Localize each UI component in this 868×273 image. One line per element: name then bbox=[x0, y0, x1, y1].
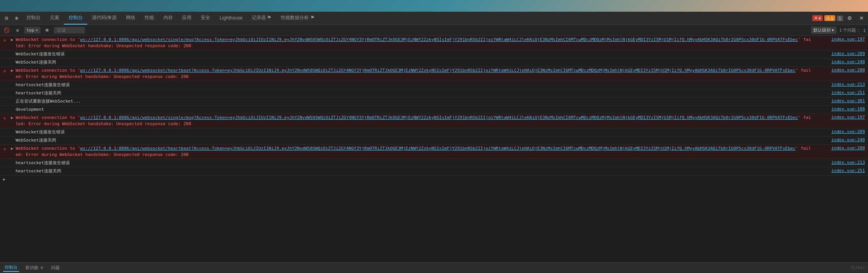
log-source[interactable]: index.vue:197 bbox=[831, 37, 865, 42]
chevron-down-icon: ▾ bbox=[35, 28, 38, 33]
log-entry: heartsocket连接关闭 index.vue:251 bbox=[0, 167, 868, 176]
info-badge[interactable]: 1 bbox=[837, 16, 843, 21]
tab-console[interactable]: 控制台 bbox=[64, 12, 87, 25]
error-icon: ✕ bbox=[2, 37, 8, 43]
log-entry: WebSocket连接关闭 index.vue:248 bbox=[0, 136, 868, 145]
log-source[interactable]: index.vue:197 bbox=[831, 115, 865, 120]
inspect-icon[interactable]: ⊕ bbox=[12, 13, 22, 23]
log-text: 正在尝试重新连接WebSocket... bbox=[16, 98, 868, 105]
websocket-url-link[interactable]: ws://127.0.0.1:8086/api/websocket/single… bbox=[80, 115, 798, 120]
console-prompt-arrow[interactable]: ▶ bbox=[0, 176, 868, 183]
header-image bbox=[0, 0, 868, 12]
tab-security[interactable]: 安全 bbox=[196, 12, 215, 25]
log-source[interactable]: index.vue:209 bbox=[831, 129, 865, 134]
zither-label: Zither bbox=[851, 266, 865, 270]
warning-badge[interactable]: ⚠ 1 bbox=[824, 15, 835, 21]
log-entry: WebSocket连接发生错误 index.vue:209 bbox=[0, 128, 868, 136]
settings-icon[interactable]: ⚙ bbox=[845, 13, 855, 23]
log-source[interactable]: index.vue:301 bbox=[831, 98, 865, 103]
websocket-url-link[interactable]: ws://127.0.0.1:8086/api/websocket/single… bbox=[80, 37, 798, 42]
warning-icon: ⚠ bbox=[826, 16, 830, 21]
websocket-url-link[interactable]: ws://127.0.0.1:8086/api/websocket/heartb… bbox=[80, 68, 795, 73]
log-source[interactable]: index.vue:251 bbox=[831, 168, 865, 173]
devtools-toolbar: ⊡ ⊕ 控制台 元素 控制台 源代码/来源 网络 性能 内存 应用 安全 Li bbox=[0, 12, 868, 25]
error-icon: ✕ bbox=[2, 68, 8, 74]
log-text: WebSocket connection to 'ws://127.0.0.1:… bbox=[16, 145, 868, 158]
log-source[interactable]: index.vue:213 bbox=[831, 82, 865, 87]
clear-console-button[interactable]: 🚫 bbox=[2, 26, 11, 35]
console-toolbar: 🚫 ⊘ top ▾ 👁 默认级别 ▾ 1 个问题： 1 bbox=[0, 25, 868, 36]
log-entry: 正在尝试重新连接WebSocket... index.vue:301 bbox=[0, 98, 868, 106]
issues-badge[interactable]: 1 bbox=[863, 28, 866, 33]
bottom-tab-console[interactable]: 控制台 bbox=[3, 264, 19, 272]
log-text: heartsocket连接关闭 bbox=[16, 168, 868, 174]
log-text: WebSocket connection to 'ws://127.0.0.1:… bbox=[16, 37, 868, 49]
log-entry: development index.vue:188 bbox=[0, 106, 868, 114]
log-text: heartsocket连接发生错误 bbox=[16, 160, 868, 166]
console-toolbar-right: 默认级别 ▾ 1 个问题： 1 bbox=[811, 27, 866, 34]
log-text: WebSocket connection to 'ws://127.0.0.1:… bbox=[16, 67, 868, 80]
expand-icon[interactable]: ▶ bbox=[9, 68, 15, 73]
log-source[interactable]: index.vue:200 bbox=[831, 67, 865, 73]
bottom-tab-issues[interactable]: 问题 bbox=[50, 264, 61, 271]
log-entry: ✕ ▶ WebSocket connection to 'ws://127.0.… bbox=[0, 67, 868, 81]
log-text: WebSocket连接关闭 bbox=[16, 137, 868, 144]
toolbar-right: ✕ 4 ⚠ 1 1 ⚙ ✕ bbox=[812, 13, 866, 23]
tab-sources[interactable]: 源代码/来源 bbox=[87, 12, 121, 25]
log-text: heartsocket连接发生错误 bbox=[16, 82, 868, 88]
websocket-url-link[interactable]: ws://127.0.0.1:8086/api/websocket/heartb… bbox=[80, 146, 795, 151]
log-text: WebSocket连接发生错误 bbox=[16, 129, 868, 135]
log-text: WebSocket connection to 'ws://127.0.0.1:… bbox=[16, 115, 868, 127]
filter-icon[interactable]: ⊘ bbox=[13, 26, 22, 35]
log-entry: WebSocket连接关闭 index.vue:248 bbox=[0, 58, 868, 67]
log-source[interactable]: index.vue:251 bbox=[831, 90, 865, 95]
log-source[interactable]: index.vue:188 bbox=[831, 106, 865, 112]
tab-lighthouse[interactable]: Lighthouse bbox=[215, 12, 247, 25]
expand-icon[interactable]: ▶ bbox=[9, 115, 15, 120]
issues-label: 1 个问题： bbox=[840, 27, 860, 33]
error-icon: ✕ bbox=[814, 16, 818, 21]
console-content: ✕ ▶ WebSocket connection to 'ws://127.0.… bbox=[0, 36, 868, 262]
tab-application[interactable]: 应用 bbox=[177, 12, 196, 25]
log-container: ✕ ▶ WebSocket connection to 'ws://127.0.… bbox=[0, 36, 868, 176]
bottom-tab-whats-new[interactable]: 新功能 ✕ bbox=[24, 264, 45, 271]
log-text: WebSocket连接关闭 bbox=[16, 59, 868, 66]
log-source[interactable]: index.vue:200 bbox=[831, 145, 865, 151]
expand-icon[interactable]: ▶ bbox=[9, 37, 15, 42]
tab-yuansu[interactable]: 元素 bbox=[45, 12, 64, 25]
tab-perf-insights[interactable]: 性能数据分析 ⚑ bbox=[276, 12, 319, 25]
log-text: heartsocket连接关闭 bbox=[16, 90, 868, 96]
log-source[interactable]: index.vue:248 bbox=[831, 137, 865, 142]
error-icon: ✕ bbox=[2, 115, 8, 121]
log-entry: heartsocket连接发生错误 index.vue:213 bbox=[0, 159, 868, 167]
tab-memory[interactable]: 内存 bbox=[159, 12, 177, 25]
log-source[interactable]: index.vue:209 bbox=[831, 51, 865, 56]
log-source[interactable]: index.vue:248 bbox=[831, 59, 865, 64]
close-icon[interactable]: ✕ bbox=[856, 13, 866, 23]
log-entry: heartsocket连接发生错误 index.vue:213 bbox=[0, 81, 868, 89]
eye-icon[interactable]: 👁 bbox=[43, 26, 51, 35]
context-selector[interactable]: top ▾ bbox=[24, 27, 41, 34]
log-entry: ✕ ▶ WebSocket connection to 'ws://127.0.… bbox=[0, 145, 868, 159]
log-entry: WebSocket连接发生错误 index.vue:209 bbox=[0, 50, 868, 58]
filter-input[interactable] bbox=[54, 27, 85, 34]
log-entry: ✕ ▶ WebSocket connection to 'ws://127.0.… bbox=[0, 36, 868, 50]
tab-elements[interactable]: 控制台 bbox=[22, 12, 45, 25]
error-icon: ✕ bbox=[2, 146, 8, 152]
error-badge[interactable]: ✕ 4 bbox=[812, 15, 823, 21]
tab-performance[interactable]: 性能 bbox=[140, 12, 159, 25]
tab-bar: 控制台 元素 控制台 源代码/来源 网络 性能 内存 应用 安全 Lightho… bbox=[22, 12, 812, 25]
expand-icon[interactable]: ▶ bbox=[9, 146, 15, 151]
log-text: WebSocket连接发生错误 bbox=[16, 51, 868, 57]
device-toolbar-icon[interactable]: ⊡ bbox=[2, 13, 12, 23]
log-source[interactable]: index.vue:213 bbox=[831, 160, 865, 165]
log-text: development bbox=[16, 106, 868, 113]
level-chevron-icon: ▾ bbox=[832, 28, 834, 33]
bottom-bar: 控制台 新功能 ✕ 问题 Zither bbox=[0, 262, 868, 273]
tab-network[interactable]: 网络 bbox=[121, 12, 140, 25]
log-entry: ✕ ▶ WebSocket connection to 'ws://127.0.… bbox=[0, 114, 868, 128]
close-whats-new-icon[interactable]: ✕ bbox=[40, 266, 43, 270]
tab-recorder[interactable]: 记录器 ⚑ bbox=[247, 12, 276, 25]
log-entry: heartsocket连接关闭 index.vue:251 bbox=[0, 89, 868, 98]
log-level-selector[interactable]: 默认级别 ▾ bbox=[811, 27, 836, 34]
